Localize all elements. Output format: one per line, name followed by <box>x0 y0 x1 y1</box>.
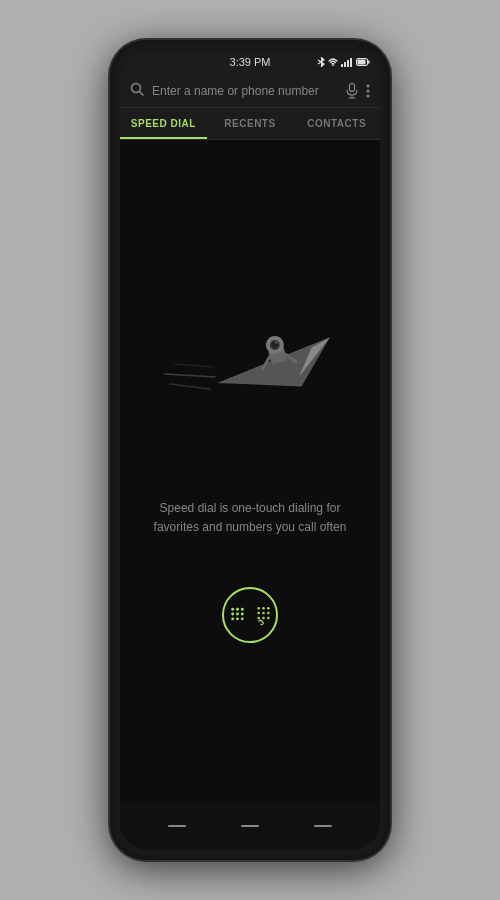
signal-icon <box>341 57 353 67</box>
search-bar[interactable]: Enter a name or phone number <box>120 74 380 108</box>
phone-frame: 3:39 PM <box>110 40 390 860</box>
svg-point-16 <box>367 89 370 92</box>
svg-rect-6 <box>350 58 352 67</box>
svg-point-41 <box>262 607 265 610</box>
svg-point-40 <box>257 607 260 610</box>
tab-contacts[interactable]: CONTACTS <box>293 108 380 139</box>
nav-home[interactable] <box>241 825 259 827</box>
phone-screen: 3:39 PM <box>120 50 380 850</box>
svg-line-19 <box>170 384 210 389</box>
empty-state-text: Speed dial is one-touch dialing for favo… <box>150 499 350 537</box>
svg-line-11 <box>140 92 144 96</box>
phone-dial-button[interactable] <box>222 587 278 643</box>
svg-point-39 <box>241 618 244 621</box>
svg-point-45 <box>267 612 270 615</box>
phone-dial-icon <box>224 601 251 629</box>
bluetooth-icon <box>317 57 325 67</box>
svg-point-48 <box>267 617 270 620</box>
tab-speed-dial[interactable]: SPEED DIAL <box>120 108 207 139</box>
battery-icon <box>356 58 370 66</box>
nav-back[interactable] <box>168 825 186 827</box>
search-input[interactable]: Enter a name or phone number <box>152 84 338 98</box>
tab-recents[interactable]: RECENTS <box>207 108 294 139</box>
status-bar: 3:39 PM <box>120 50 380 74</box>
search-icon <box>130 82 144 99</box>
svg-rect-4 <box>344 62 346 67</box>
tabs: SPEED DIAL RECENTS CONTACTS <box>120 108 380 140</box>
search-actions <box>346 83 370 99</box>
overflow-menu-icon[interactable] <box>366 84 370 98</box>
svg-rect-9 <box>358 60 366 65</box>
svg-point-43 <box>257 612 260 615</box>
svg-point-15 <box>367 84 370 87</box>
nav-bar <box>120 802 380 850</box>
svg-line-18 <box>165 374 215 377</box>
svg-point-47 <box>262 617 265 620</box>
main-content: Speed dial is one-touch dialing for favo… <box>120 140 380 802</box>
nav-recents[interactable] <box>314 825 332 827</box>
svg-line-1 <box>318 62 321 64</box>
svg-rect-8 <box>368 61 370 64</box>
plane-illustration <box>150 299 350 479</box>
paper-plane-svg <box>155 309 345 469</box>
svg-point-2 <box>332 65 334 66</box>
svg-point-42 <box>267 607 270 610</box>
svg-point-17 <box>367 94 370 97</box>
phone-keypad-icon <box>251 602 276 628</box>
svg-rect-5 <box>347 60 349 67</box>
phone-button-wrap <box>222 587 278 643</box>
svg-point-31 <box>231 608 234 611</box>
status-icons <box>317 57 370 67</box>
status-time: 3:39 PM <box>230 56 271 68</box>
svg-rect-3 <box>341 64 343 67</box>
svg-point-44 <box>262 612 265 615</box>
svg-point-46 <box>257 617 260 620</box>
svg-line-20 <box>175 364 213 367</box>
microphone-icon[interactable] <box>346 83 358 99</box>
wifi-icon <box>328 58 338 66</box>
svg-rect-12 <box>350 83 355 91</box>
